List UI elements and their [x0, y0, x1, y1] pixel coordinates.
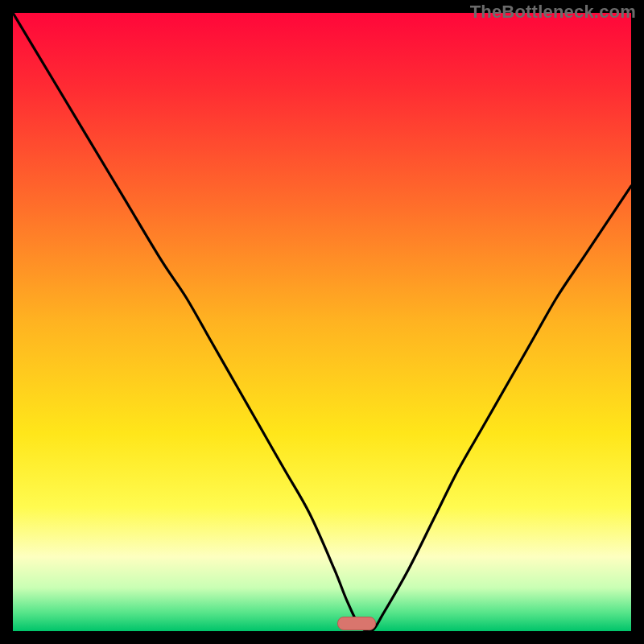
- watermark-label: TheBottleneck.com: [470, 2, 636, 23]
- optimum-marker: [337, 617, 376, 630]
- bottleneck-curve: [13, 13, 631, 631]
- plot-area: [13, 13, 631, 631]
- frame: TheBottleneck.com: [0, 0, 644, 644]
